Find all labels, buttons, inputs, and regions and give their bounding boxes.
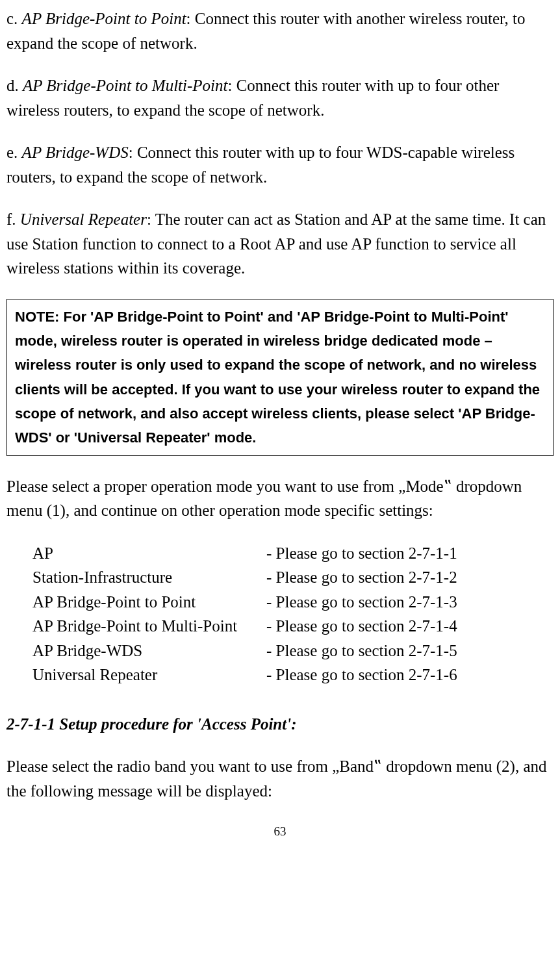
select-mode-text: Please select a proper operation mode yo… xyxy=(6,474,554,523)
mode-row: Universal Repeater - Please go to sectio… xyxy=(32,663,554,687)
paragraph-c: c. AP Bridge-Point to Point: Connect thi… xyxy=(6,6,554,55)
band-text: Please select the radio band you want to… xyxy=(6,754,554,803)
mode-ref: - Please go to section 2-7-1-3 xyxy=(266,590,554,615)
mode-ref: - Please go to section 2-7-1-2 xyxy=(266,565,554,590)
paragraph-d: d. AP Bridge-Point to Multi-Point: Conne… xyxy=(6,73,554,122)
paragraph-e-title: AP Bridge-WDS xyxy=(22,144,129,161)
paragraph-f: f. Universal Repeater: The router can ac… xyxy=(6,207,554,281)
mode-name: AP Bridge-Point to Point xyxy=(32,590,266,615)
paragraph-f-title: Universal Repeater xyxy=(20,210,147,228)
paragraph-f-prefix: f. xyxy=(6,210,20,228)
mode-ref: - Please go to section 2-7-1-6 xyxy=(266,663,554,687)
note-text: NOTE: For 'AP Bridge-Point to Point' and… xyxy=(15,309,540,446)
mode-ref: - Please go to section 2-7-1-4 xyxy=(266,614,554,639)
mode-row: AP - Please go to section 2-7-1-1 xyxy=(32,541,554,566)
section-heading: 2-7-1-1 Setup procedure for 'Access Poin… xyxy=(6,712,554,737)
mode-name: AP Bridge-Point to Multi-Point xyxy=(32,614,266,639)
mode-ref: - Please go to section 2-7-1-1 xyxy=(266,541,554,566)
mode-name: Station-Infrastructure xyxy=(32,565,266,590)
mode-name: AP xyxy=(32,541,266,566)
mode-name: Universal Repeater xyxy=(32,663,266,687)
mode-row: AP Bridge-Point to Point - Please go to … xyxy=(32,590,554,615)
page-number: 63 xyxy=(6,822,554,841)
mode-ref: - Please go to section 2-7-1-5 xyxy=(266,639,554,663)
paragraph-e: e. AP Bridge-WDS: Connect this router wi… xyxy=(6,140,554,189)
mode-row: AP Bridge-Point to Multi-Point - Please … xyxy=(32,614,554,639)
mode-name: AP Bridge-WDS xyxy=(32,639,266,663)
paragraph-c-title: AP Bridge-Point to Point xyxy=(22,10,186,27)
paragraph-d-title: AP Bridge-Point to Multi-Point xyxy=(23,77,227,94)
note-box: NOTE: For 'AP Bridge-Point to Point' and… xyxy=(6,299,554,456)
paragraph-c-prefix: c. xyxy=(6,10,22,27)
mode-row: Station-Infrastructure - Please go to se… xyxy=(32,565,554,590)
mode-table: AP - Please go to section 2-7-1-1 Statio… xyxy=(32,541,554,687)
paragraph-e-prefix: e. xyxy=(6,144,22,161)
mode-row: AP Bridge-WDS - Please go to section 2-7… xyxy=(32,639,554,663)
paragraph-d-prefix: d. xyxy=(6,77,23,94)
